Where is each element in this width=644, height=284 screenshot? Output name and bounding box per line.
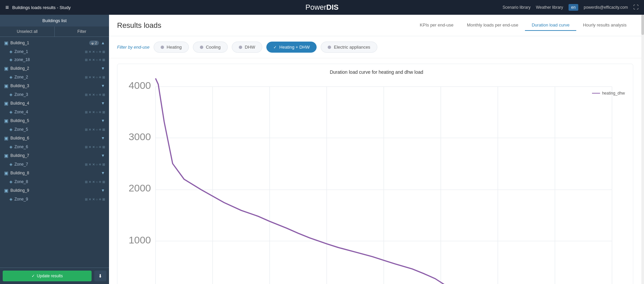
filter-label-heating_dhw: Heating + DHW	[279, 45, 310, 50]
building-row[interactable]: ▣ Building_7 ▼	[0, 151, 109, 160]
zone-icon: ◈	[9, 145, 12, 149]
tab-monthly[interactable]: Monthly loads per end-use	[460, 20, 525, 31]
chevron-icon[interactable]: ▼	[101, 153, 105, 158]
topbar-center: PowerDIS	[305, 3, 338, 12]
download-button[interactable]: ⬇	[94, 271, 106, 281]
building-name: Building_2	[10, 66, 99, 71]
chart-inner: .grid-line { stroke: #e8ecf0; stroke-wid…	[128, 77, 630, 284]
filter-electric-button[interactable]: Electric appliances	[321, 42, 377, 53]
building-row[interactable]: ▣ Building_8 ▼	[0, 168, 109, 178]
chart-legend: heating_dhw	[592, 91, 625, 96]
zone-actions: ⊞ ✕ ✕ ○ ✳ ⊠	[85, 128, 105, 131]
zone-name: Zone_3	[14, 92, 83, 97]
zone-row[interactable]: ◈ zone_18 ⊞ ✕ ✕ ○ ✳ ⊠	[0, 56, 109, 64]
weather-library-link[interactable]: Weather library	[536, 5, 563, 10]
tab-bar: KPIs per end-useMonthly loads per end-us…	[413, 20, 633, 31]
topbar-left: ≡ Buildings loads results - Study	[5, 4, 71, 11]
layers-icon: ⬙	[91, 41, 94, 45]
building-icon: ▣	[4, 66, 8, 71]
y-axis-label: Needs [kW]	[123, 77, 128, 284]
unselect-all-button[interactable]: Unselect all	[0, 26, 55, 37]
update-results-button[interactable]: ✓ Update results	[3, 271, 92, 281]
tab-kpis[interactable]: KPIs per end-use	[413, 20, 460, 31]
filter-label-cooling: Cooling	[206, 45, 221, 50]
building-row[interactable]: ▣ Building_6 ▼	[0, 133, 109, 143]
tab-hourly[interactable]: Hourly results analysis	[576, 20, 633, 31]
hamburger-icon[interactable]: ≡	[5, 4, 9, 11]
building-icon: ▣	[4, 101, 8, 106]
sidebar: Buildings list Unselect all Filter ▣ Bui…	[0, 15, 109, 284]
filter-word: Filter	[117, 45, 127, 50]
dot-icon	[328, 46, 331, 49]
chart-title: Duration load curve for heating and dhw …	[123, 69, 630, 75]
chevron-icon[interactable]: ▲	[101, 41, 105, 45]
zone-actions: ⊞ ✕ ✕ ○ ✳ ⊠	[85, 110, 105, 114]
scenario-library-link[interactable]: Scenario library	[502, 5, 530, 10]
svg-text:3000: 3000	[128, 131, 151, 142]
filter-buttons: Heating Cooling DHW✓ Heating + DHW Elect…	[154, 42, 377, 53]
zone-actions: ⊞ ✕ ✕ ○ ✳ ⊠	[85, 93, 105, 97]
zone-row[interactable]: ◈ Zone_2 ⊞ ✕ ✕ ○ ✳ ⊠	[0, 73, 109, 81]
zone-row[interactable]: ◈ Zone_6 ⊞ ✕ ✕ ○ ✳ ⊠	[0, 143, 109, 151]
zone-row[interactable]: ◈ Zone_9 ⊞ ✕ ✕ ○ ✳ ⊠	[0, 195, 109, 203]
filter-cooling-button[interactable]: Cooling	[193, 42, 228, 53]
zone-row[interactable]: ◈ Zone_4 ⊞ ✕ ✕ ○ ✳ ⊠	[0, 108, 109, 116]
filter-button[interactable]: Filter	[55, 26, 109, 37]
legend-label: heating_dhw	[602, 91, 625, 96]
chevron-icon[interactable]: ▼	[101, 118, 105, 123]
zone-name: zone_18	[14, 57, 83, 62]
scrollbar-thumb[interactable]	[641, 15, 644, 35]
zone-icon: ◈	[9, 127, 12, 132]
zone-row[interactable]: ◈ Zone_3 ⊞ ✕ ✕ ○ ✳ ⊠	[0, 91, 109, 99]
chevron-icon[interactable]: ▼	[101, 171, 105, 175]
zone-icon: ◈	[9, 49, 12, 54]
zone-actions: ⊞ ✕ ✕ ○ ✳ ⊠	[85, 197, 105, 201]
sidebar-controls: Unselect all Filter	[0, 26, 109, 37]
topbar: ≡ Buildings loads results - Study PowerD…	[0, 0, 644, 15]
svg-text:4000: 4000	[128, 80, 151, 91]
building-name: Building_4	[10, 101, 99, 106]
building-row[interactable]: ▣ Building_3 ▼	[0, 81, 109, 91]
chart-svg: .grid-line { stroke: #e8ecf0; stroke-wid…	[128, 77, 630, 284]
chart-area: Duration load curve for heating and dhw …	[109, 58, 641, 284]
zone-actions: ⊞ ✕ ✕ ○ ✳ ⊠	[85, 163, 105, 166]
page-title: Results loads	[117, 21, 413, 30]
building-name: Building_3	[10, 83, 99, 88]
building-name: Building_1	[10, 41, 87, 45]
zone-row[interactable]: ◈ Zone_8 ⊞ ✕ ✕ ○ ✳ ⊠	[0, 178, 109, 186]
zone-name: Zone_5	[14, 127, 83, 132]
building-row[interactable]: ▣ Building_5 ▼	[0, 116, 109, 125]
tab-duration[interactable]: Duration load curve	[525, 20, 576, 31]
chevron-icon[interactable]: ▼	[101, 101, 105, 106]
check-icon: ✓	[32, 274, 35, 278]
building-name: Building_5	[10, 118, 99, 123]
building-row[interactable]: ▣ Building_2 ▼	[0, 64, 109, 73]
chevron-icon[interactable]: ▼	[101, 66, 105, 71]
expand-icon[interactable]: ⛶	[633, 4, 639, 10]
zone-name: Zone_7	[14, 162, 83, 167]
zone-actions: ⊞ ✕ ✕ ○ ✳ ⊠	[85, 180, 105, 184]
filter-dhw-button[interactable]: DHW	[232, 42, 262, 53]
chart-body: Needs [kW] .grid-line { stroke: #e8ecf0;…	[123, 77, 630, 284]
chevron-icon[interactable]: ▼	[101, 188, 105, 193]
building-row[interactable]: ▣ Building_1 ⬙2 ▲	[0, 38, 109, 48]
zone-row[interactable]: ◈ Zone_7 ⊞ ✕ ✕ ○ ✳ ⊠	[0, 160, 109, 168]
language-button[interactable]: en	[569, 4, 578, 11]
building-icon: ▣	[4, 153, 8, 158]
scrollbar-right[interactable]	[641, 15, 644, 284]
filter-heating-button[interactable]: Heating	[154, 42, 189, 53]
building-row[interactable]: ▣ Building_4 ▼	[0, 99, 109, 108]
content-header: Results loads KPIs per end-useMonthly lo…	[109, 15, 641, 36]
zone-row[interactable]: ◈ Zone_5 ⊞ ✕ ✕ ○ ✳ ⊠	[0, 125, 109, 133]
chevron-icon[interactable]: ▼	[101, 136, 105, 140]
zone-name: Zone_2	[14, 75, 83, 79]
zone-actions: ⊞ ✕ ✕ ○ ✳ ⊠	[85, 75, 105, 79]
building-name: Building_9	[10, 188, 99, 193]
building-row[interactable]: ▣ Building_9 ▼	[0, 186, 109, 195]
zone-row[interactable]: ◈ Zone_1 ⊞ ✕ ✕ ○ ✳ ⊠	[0, 48, 109, 56]
dot-icon	[239, 46, 242, 49]
filter-heating_dhw-button[interactable]: ✓ Heating + DHW	[266, 42, 317, 53]
building-icon: ▣	[4, 118, 8, 123]
building-name: Building_6	[10, 136, 99, 140]
chevron-icon[interactable]: ▼	[101, 83, 105, 88]
